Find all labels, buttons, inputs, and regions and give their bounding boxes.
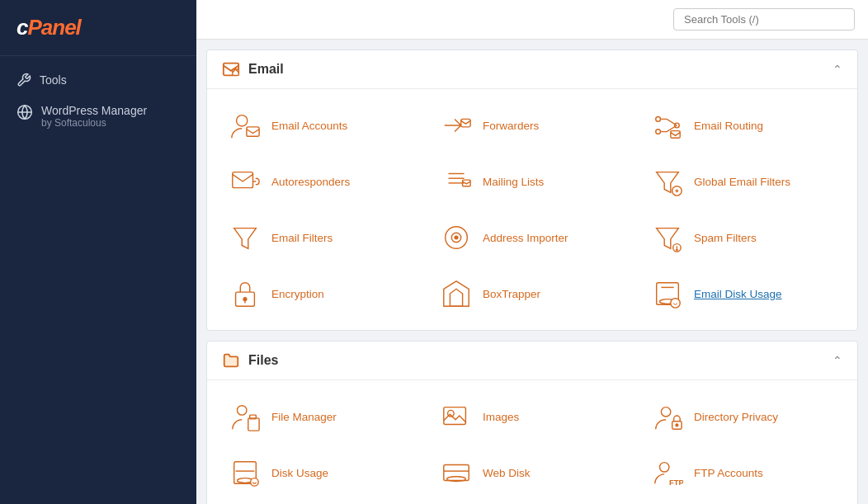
svg-point-3	[237, 115, 248, 126]
address-importer-icon	[441, 222, 472, 253]
tool-mailing-lists[interactable]: Mailing Lists	[427, 153, 638, 210]
web-disk-icon	[441, 457, 472, 488]
files-section-icon	[222, 351, 240, 370]
svg-marker-31	[450, 289, 462, 306]
sidebar-nav: Tools WordPress Manager by Softaculous	[0, 56, 196, 145]
address-importer-label: Address Importer	[483, 232, 568, 244]
tool-anonymous-ftp[interactable]: FTP Anonymous FTP	[427, 501, 638, 504]
email-routing-label: Email Routing	[694, 120, 763, 132]
email-accounts-label: Email Accounts	[271, 120, 347, 132]
autoresponders-icon	[229, 166, 261, 197]
encryption-icon	[229, 278, 261, 309]
global-email-filters-icon	[652, 166, 683, 197]
files-section-title: Files	[248, 353, 278, 368]
forwarders-icon	[441, 110, 472, 141]
email-accounts-icon	[229, 110, 261, 141]
svg-point-35	[671, 299, 680, 308]
tool-directory-privacy[interactable]: Directory Privacy	[638, 389, 849, 445]
tool-ftp-accounts[interactable]: FTP FTP Accounts	[638, 445, 849, 501]
ftp-accounts-icon: FTP	[652, 457, 683, 488]
svg-point-50	[660, 463, 669, 472]
email-collapse-icon[interactable]: ⌃	[833, 63, 842, 76]
files-collapse-icon[interactable]: ⌃	[833, 354, 842, 367]
forwarders-label: Forwarders	[483, 120, 539, 132]
directory-privacy-icon	[652, 401, 683, 432]
svg-marker-30	[444, 281, 469, 306]
email-disk-usage-icon	[652, 278, 683, 309]
email-routing-icon	[652, 110, 683, 141]
autoresponders-label: Autoresponders	[271, 176, 350, 188]
encryption-label: Encryption	[271, 288, 324, 300]
main-content: Email ⌃ Email Accounts	[196, 0, 868, 504]
email-disk-usage-label: Email Disk Usage	[694, 288, 782, 300]
file-manager-label: File Manager	[271, 411, 337, 423]
tool-boxtrapper[interactable]: BoxTrapper	[427, 266, 638, 322]
svg-rect-4	[247, 127, 259, 136]
tool-backup[interactable]: Backup	[638, 501, 849, 504]
tool-email-disk-usage[interactable]: Email Disk Usage	[638, 266, 849, 322]
file-manager-icon	[229, 401, 261, 432]
tool-global-email-filters[interactable]: Global Email Filters	[638, 153, 849, 210]
wp-manager-sublabel: by Softaculous	[41, 117, 147, 129]
email-filters-icon	[229, 222, 261, 253]
tool-encryption[interactable]: Encryption	[215, 266, 427, 322]
boxtrapper-icon	[441, 278, 472, 309]
email-section-header[interactable]: Email ⌃	[207, 50, 857, 89]
email-section-icon	[222, 60, 240, 78]
wordpress-icon	[17, 104, 33, 120]
svg-rect-37	[248, 418, 259, 431]
tool-email-filters[interactable]: Email Filters	[215, 210, 427, 266]
svg-point-6	[656, 117, 661, 122]
sidebar-item-wordpress-manager[interactable]: WordPress Manager by Softaculous	[0, 96, 196, 137]
wp-manager-label: WordPress Manager	[41, 104, 147, 117]
tool-email-routing[interactable]: Email Routing	[638, 97, 849, 153]
svg-point-36	[238, 406, 247, 415]
logo: cPanel	[0, 0, 196, 56]
files-section: Files ⌃ File Manager	[206, 341, 858, 504]
search-input[interactable]	[673, 8, 855, 31]
tool-disk-usage[interactable]: Disk Usage	[215, 445, 427, 501]
email-section: Email ⌃ Email Accounts	[206, 49, 858, 331]
global-email-filters-label: Global Email Filters	[694, 176, 790, 188]
svg-point-7	[656, 130, 661, 134]
disk-usage-label: Disk Usage	[271, 467, 328, 479]
spam-filters-label: Spam Filters	[694, 232, 757, 244]
spam-filters-icon	[652, 222, 683, 253]
tool-address-importer[interactable]: Address Importer	[427, 210, 638, 266]
svg-rect-9	[671, 131, 680, 139]
files-tools-grid: File Manager Images	[207, 380, 857, 504]
email-section-title: Email	[248, 62, 284, 77]
tool-images[interactable]: Images	[427, 389, 638, 445]
sidebar-item-tools[interactable]: Tools	[0, 64, 196, 96]
svg-marker-19	[234, 228, 257, 249]
svg-text:FTP: FTP	[669, 478, 683, 487]
svg-point-43	[676, 424, 678, 426]
svg-rect-39	[444, 407, 466, 425]
web-disk-label: Web Disk	[483, 467, 531, 479]
svg-rect-10	[233, 172, 253, 188]
tool-spam-filters[interactable]: Spam Filters	[638, 210, 849, 266]
svg-point-22	[455, 236, 458, 239]
images-label: Images	[483, 411, 519, 423]
tool-web-disk[interactable]: Web Disk	[427, 445, 638, 501]
tool-autoresponders[interactable]: Autoresponders	[215, 153, 427, 210]
files-section-header[interactable]: Files ⌃	[207, 341, 857, 380]
tool-email-accounts[interactable]: Email Accounts	[215, 97, 427, 153]
svg-point-41	[661, 407, 670, 417]
email-tools-grid: Email Accounts Forwarders	[207, 89, 857, 330]
mailing-lists-icon	[441, 166, 472, 197]
email-filters-label: Email Filters	[271, 232, 333, 244]
svg-point-46	[251, 478, 259, 487]
images-icon	[441, 401, 472, 432]
sidebar: cPanel Tools WordPress Manager by Softac…	[0, 0, 196, 504]
ftp-accounts-label: FTP Accounts	[694, 467, 763, 479]
tool-forwarders[interactable]: Forwarders	[427, 97, 638, 153]
wrench-icon	[17, 73, 31, 87]
svg-rect-2	[233, 69, 238, 75]
tool-ftp-connections[interactable]: FTP FTP Connections	[215, 501, 427, 504]
topbar	[196, 0, 868, 40]
svg-rect-5	[461, 119, 470, 127]
disk-usage-icon	[229, 457, 261, 488]
directory-privacy-label: Directory Privacy	[694, 411, 778, 423]
tool-file-manager[interactable]: File Manager	[215, 389, 427, 445]
